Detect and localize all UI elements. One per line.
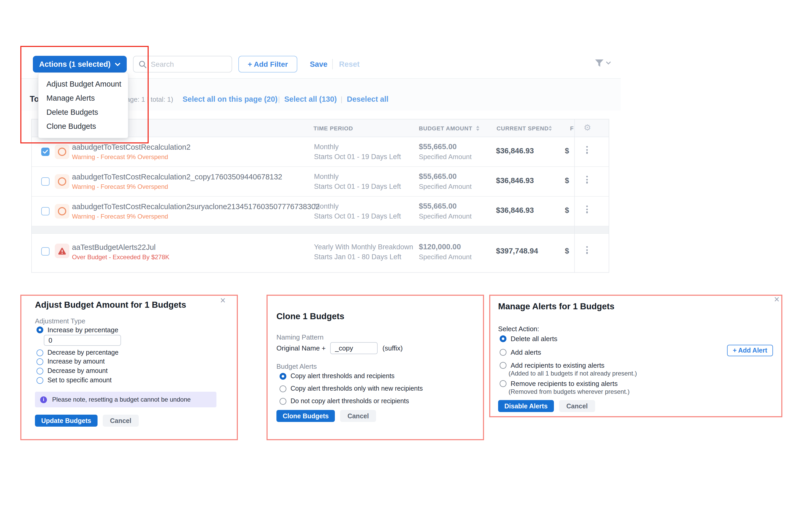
current-spend: $36,846.93 bbox=[496, 176, 534, 185]
menu-item-manage-alerts[interactable]: Manage Alerts bbox=[39, 91, 128, 106]
forecast-truncated-value: $ bbox=[565, 147, 569, 155]
table-row: aabudgetToTestCostRecalculation2_copy176… bbox=[32, 167, 609, 197]
row-actions-menu-icon[interactable] bbox=[586, 206, 588, 213]
radio-add-alerts[interactable]: Add alerts bbox=[500, 348, 541, 356]
radio-increase-by-percentage[interactable]: Increase by percentage bbox=[37, 326, 118, 334]
radio-icon bbox=[37, 367, 43, 374]
page-info-label: age: 1 | total: 1) bbox=[126, 95, 173, 103]
add-alert-button[interactable]: + Add Alert bbox=[727, 345, 773, 356]
menu-item-delete-budgets[interactable]: Delete Budgets bbox=[39, 106, 128, 119]
row-checkbox[interactable] bbox=[41, 207, 50, 215]
reset-filter-link[interactable]: Reset bbox=[339, 60, 360, 68]
link-divider: | bbox=[341, 95, 342, 103]
radio-increase-by-amount[interactable]: Increase by amount bbox=[37, 358, 105, 365]
budget-warning-status-icon bbox=[55, 174, 69, 189]
dialog-title: Adjust Budget Amount for 1 Budgets bbox=[35, 300, 186, 310]
forecast-truncated-value: $ bbox=[565, 247, 569, 255]
suffix-hint-label: (suffix) bbox=[383, 344, 403, 352]
budget-alerts-label: Budget Alerts bbox=[277, 362, 317, 370]
radio-decrease-by-amount[interactable]: Decrease by amount bbox=[37, 367, 108, 375]
budget-name: aaTestBudgetAlerts22Jul bbox=[72, 243, 156, 251]
radio-add-recipients[interactable]: Add recipients to existing alerts bbox=[500, 361, 605, 369]
percentage-input[interactable] bbox=[44, 335, 121, 346]
table-row: aaTestBudgetAlerts22Jul Over Budget - Ex… bbox=[32, 234, 609, 272]
cancel-button[interactable]: Cancel bbox=[559, 400, 595, 412]
radio-label: Remove recipients to existing alerts bbox=[511, 380, 618, 387]
add-filter-button[interactable]: + Add Filter bbox=[239, 56, 297, 73]
radio-selected-icon bbox=[37, 326, 43, 333]
info-icon: i bbox=[40, 396, 47, 403]
row-checkbox[interactable] bbox=[41, 247, 50, 255]
filter-funnel-button[interactable] bbox=[594, 59, 611, 67]
close-icon[interactable]: × bbox=[220, 296, 226, 305]
row-checkbox[interactable] bbox=[41, 177, 50, 186]
sort-icon[interactable] bbox=[476, 126, 479, 131]
cancel-button[interactable]: Cancel bbox=[340, 410, 376, 422]
budget-amount: $55,665.00 bbox=[419, 172, 457, 180]
actions-menu: Adjust Budget Amount Manage Alerts Delet… bbox=[38, 73, 128, 138]
column-settings-gear-icon[interactable]: ⚙ bbox=[584, 122, 591, 132]
select-all-page-link[interactable]: Select all on this page (20) bbox=[183, 95, 278, 103]
radio-copy-thresholds-new-recipients[interactable]: Copy alert thresholds only with new reci… bbox=[280, 385, 423, 392]
radio-do-not-copy-thresholds[interactable]: Do not copy alert thresholds or recipien… bbox=[280, 397, 409, 405]
budget-amount-type: Specified Amount bbox=[419, 153, 472, 160]
row-actions-menu-icon[interactable] bbox=[586, 246, 588, 254]
radio-icon bbox=[37, 349, 43, 356]
suffix-input[interactable] bbox=[330, 342, 378, 354]
radio-icon bbox=[500, 362, 507, 369]
time-period-detail: Starts Oct 01 - 19 Days Left bbox=[314, 212, 401, 220]
actions-dropdown-button[interactable]: Actions (1 selected) bbox=[33, 56, 127, 73]
disable-alerts-button[interactable]: Disable Alerts bbox=[498, 400, 554, 412]
select-all-link[interactable]: Select all (130) bbox=[284, 95, 337, 103]
radio-icon bbox=[500, 349, 507, 356]
header-budget-amount: BUDGET AMOUNT bbox=[419, 125, 472, 131]
menu-item-clone-budgets[interactable]: Clone Budgets bbox=[39, 119, 128, 134]
time-period-detail: Starts Oct 01 - 19 Days Left bbox=[314, 183, 401, 190]
current-spend: $397,748.94 bbox=[496, 247, 538, 255]
forecast-truncated-value: $ bbox=[565, 176, 569, 185]
menu-item-adjust-budget-amount[interactable]: Adjust Budget Amount bbox=[39, 77, 128, 91]
select-action-label: Select Action: bbox=[498, 325, 539, 333]
radio-remove-recipients[interactable]: Remove recipients to existing alerts bbox=[500, 380, 618, 387]
budgets-page: Actions (1 selected) Adjust Budget Amoun… bbox=[0, 0, 798, 532]
close-icon[interactable]: × bbox=[774, 295, 779, 304]
clone-budgets-button[interactable]: Clone Budgets bbox=[277, 410, 335, 422]
budget-status-text: Warning - Forecast 9% Overspend bbox=[72, 153, 168, 160]
update-budgets-button[interactable]: Update Budgets bbox=[35, 415, 97, 426]
radio-label: Increase by percentage bbox=[48, 326, 118, 334]
budget-amount: $55,665.00 bbox=[419, 202, 457, 210]
radio-label: Set to specific amount bbox=[48, 377, 112, 384]
total-budgets-label: To bbox=[30, 94, 39, 104]
time-period: Monthly bbox=[314, 202, 339, 210]
budget-status-text: Warning - Forecast 9% Overspend bbox=[72, 183, 168, 190]
radio-set-to-specific-amount[interactable]: Set to specific amount bbox=[37, 377, 112, 384]
radio-label: Add alerts bbox=[511, 348, 541, 356]
add-filter-label: + Add Filter bbox=[248, 60, 288, 68]
reset-warning-note: i Please note, resetting a budget cannot… bbox=[35, 392, 216, 407]
chevron-down-icon bbox=[606, 61, 611, 65]
cancel-button[interactable]: Cancel bbox=[103, 415, 139, 426]
manage-alerts-dialog: × Manage Alerts for 1 Budgets Select Act… bbox=[489, 295, 782, 417]
radio-copy-thresholds-and-recipients[interactable]: Copy alert thresholds and recipients bbox=[280, 373, 395, 380]
toolbar-divider bbox=[332, 59, 333, 69]
sort-icon[interactable] bbox=[549, 126, 552, 131]
link-divider: | bbox=[278, 95, 280, 103]
save-filter-link[interactable]: Save bbox=[310, 60, 327, 68]
radio-icon bbox=[500, 380, 507, 387]
budget-status-text: Warning - Forecast 9% Overspend bbox=[72, 213, 168, 220]
budget-amount-type: Specified Amount bbox=[419, 212, 472, 220]
radio-icon bbox=[280, 385, 286, 392]
search-input[interactable] bbox=[151, 60, 226, 68]
budget-overbudget-alert-icon bbox=[55, 244, 69, 258]
row-checkbox-checked[interactable] bbox=[41, 148, 50, 156]
row-actions-menu-icon[interactable] bbox=[586, 146, 588, 154]
radio-label: Delete all alerts bbox=[511, 335, 557, 343]
radio-decrease-by-percentage[interactable]: Decrease by percentage bbox=[37, 349, 118, 356]
row-actions-menu-icon[interactable] bbox=[586, 176, 588, 183]
radio-label: Copy alert thresholds only with new reci… bbox=[290, 385, 423, 392]
radio-sub-note: (Added to all 1 budgets if not already p… bbox=[509, 370, 637, 377]
radio-delete-all-alerts[interactable]: Delete all alerts bbox=[500, 335, 557, 343]
deselect-all-link[interactable]: Deselect all bbox=[347, 95, 388, 103]
radio-label: Copy alert thresholds and recipients bbox=[290, 373, 395, 380]
header-time-period: TIME PERIOD bbox=[314, 125, 353, 131]
